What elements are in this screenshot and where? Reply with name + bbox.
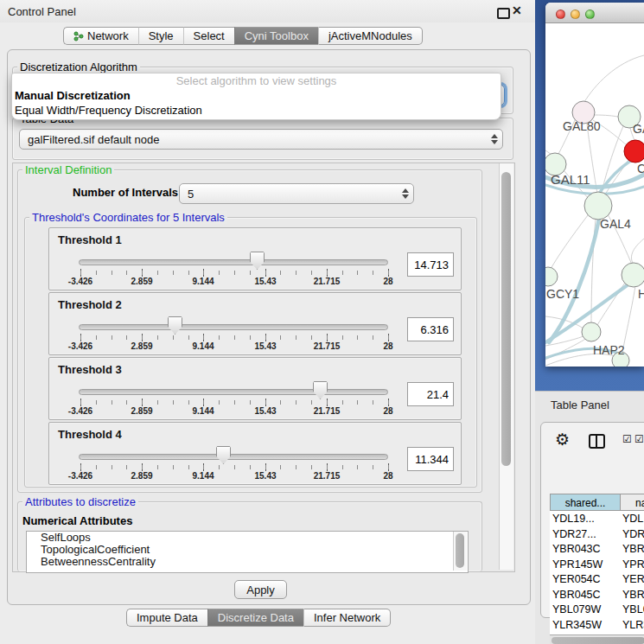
table-data-combobox[interactable]: galFiltered.sif default node	[19, 129, 503, 150]
cell[interactable]: YBR0	[622, 588, 644, 603]
node-label: GAL4	[600, 217, 631, 231]
tab-style[interactable]: Style	[138, 27, 183, 45]
tab-cyni-toolbox[interactable]: Cyni Toolbox	[234, 27, 318, 45]
tab-network-label: Network	[87, 29, 129, 42]
mac-close-button[interactable]	[556, 10, 565, 19]
numerical-attributes-list[interactable]: SelfLoops TopologicalCoefficient Between…	[26, 531, 469, 573]
table-panel: Table Panel ⚙ ☑ ☑ shared... name YDL19..…	[535, 391, 644, 644]
cell[interactable]: YDR2	[622, 527, 644, 543]
vertical-scrollbar-thumb[interactable]	[501, 172, 511, 466]
tick-label: 2.859	[131, 471, 152, 481]
threshold-1-slider-handle[interactable]	[250, 252, 265, 270]
tab-impute-data[interactable]: Impute Data	[126, 609, 207, 627]
list-scrollbar-thumb[interactable]	[456, 533, 464, 568]
list-item[interactable]: BetweennessCentrality	[27, 556, 468, 568]
column-header-shared-name[interactable]: shared...	[550, 494, 621, 511]
threshold-4-slider[interactable]	[79, 454, 388, 460]
tick-label: 15.43	[254, 341, 276, 351]
close-icon[interactable]: ✕	[512, 3, 522, 17]
node-h[interactable]	[622, 263, 644, 287]
apply-button[interactable]: Apply	[234, 580, 287, 599]
cell[interactable]: YDL1	[622, 512, 644, 527]
threshold-3-value-input[interactable]	[407, 382, 454, 406]
table-row[interactable]: YBR043CYBR0	[550, 542, 644, 558]
table-row[interactable]: YPR145WYPR1	[550, 558, 644, 573]
threshold-4-slider-handle[interactable]	[216, 446, 231, 464]
tick-label: -3.426	[68, 277, 92, 286]
checkbox-select-all-icon[interactable]: ☑	[622, 433, 632, 445]
table-row[interactable]: YDR27...YDR2	[550, 527, 644, 543]
cell[interactable]: YBL079W	[552, 603, 620, 618]
cell[interactable]: YER0	[622, 572, 644, 588]
tick-label: 28	[383, 471, 392, 481]
mac-zoom-button[interactable]	[585, 10, 595, 19]
control-panel-titlebar: Control Panel ✕	[0, 0, 535, 22]
network-window-titlebar[interactable]	[545, 3, 644, 23]
list-scrollbar[interactable]	[453, 532, 467, 571]
tab-infer-network[interactable]: Infer Network	[303, 609, 391, 627]
network-canvas[interactable]: GAL80 GA C GAL11 GAL4 GCY1 H HAP2	[545, 22, 644, 367]
tick-label: 15.43	[254, 471, 276, 481]
threshold-1-slider[interactable]	[79, 259, 388, 265]
control-panel: Control Panel ✕ Network Style Select Cyn…	[0, 0, 536, 644]
tab-discretize-label: Discretize Data	[218, 611, 294, 624]
tab-discretize-data[interactable]: Discretize Data	[207, 609, 303, 627]
list-item[interactable]: SelfLoops	[27, 532, 468, 544]
threshold-3-slider[interactable]	[79, 389, 388, 395]
vertical-scrollbar[interactable]	[499, 163, 513, 570]
tab-cyni-label: Cyni Toolbox	[245, 29, 309, 42]
cell[interactable]: YBR045C	[552, 588, 620, 603]
float-window-icon[interactable]	[497, 8, 510, 19]
popup-option-manual[interactable]: Manual Discretization	[12, 88, 501, 103]
checkbox-select-none-icon[interactable]: ☑	[634, 433, 644, 445]
cell[interactable]: YPR145W	[552, 558, 620, 573]
cell[interactable]: YDL19...	[552, 512, 620, 527]
threshold-3-slider-handle[interactable]	[313, 381, 328, 399]
gear-icon[interactable]: ⚙	[555, 430, 570, 449]
column-header-name[interactable]: name	[620, 494, 644, 511]
tick-label: -3.426	[68, 471, 92, 481]
tab-network[interactable]: Network	[63, 27, 138, 45]
table-row[interactable]: YER054CYER0	[550, 572, 644, 588]
threshold-1-value-input[interactable]	[407, 252, 454, 277]
tab-select-label: Select	[194, 29, 225, 42]
cell[interactable]: YLR345W	[552, 618, 620, 634]
tab-jactivemnodules[interactable]: jActiveMNodules	[318, 27, 423, 45]
horizontal-scrollbar-thumb[interactable]	[552, 637, 644, 644]
horizontal-scrollbar[interactable]	[550, 634, 644, 644]
node-hap2[interactable]	[582, 322, 601, 341]
numerical-attributes-label: Numerical Attributes	[22, 514, 132, 527]
cell[interactable]: YBR043C	[552, 542, 620, 558]
cell[interactable]: YDR27...	[552, 527, 620, 543]
tick-label: 2.859	[131, 406, 152, 416]
mac-minimize-button[interactable]	[571, 10, 580, 19]
cell[interactable]: YBR0	[622, 542, 644, 558]
cell[interactable]: YER054C	[552, 572, 620, 588]
tab-infer-label: Infer Network	[314, 611, 380, 624]
split-view-icon[interactable]	[589, 434, 605, 449]
node-gcy1[interactable]	[545, 267, 558, 286]
cell[interactable]: YLR3	[622, 618, 644, 634]
list-item[interactable]: TopologicalCoefficient	[27, 544, 468, 556]
table-row[interactable]: YDL19...YDL1	[550, 512, 644, 527]
num-intervals-combobox[interactable]: 5	[179, 183, 414, 204]
threshold-2-slider-handle[interactable]	[168, 316, 182, 335]
cell[interactable]: YBL0	[622, 603, 644, 618]
popup-option-equal-width[interactable]: Equal Width/Frequency Discretization	[12, 103, 501, 118]
node-attribute-table[interactable]: shared... name YDL19...YDL1 YDR27...YDR2…	[550, 494, 644, 637]
tab-select[interactable]: Select	[183, 27, 234, 45]
cell[interactable]: YPR1	[622, 558, 644, 573]
threshold-2-slider[interactable]	[79, 324, 388, 330]
tick-marks	[80, 465, 389, 469]
threshold-2-value-input[interactable]	[407, 317, 454, 341]
node-gal4[interactable]	[584, 192, 612, 220]
table-row[interactable]: YBL079WYBL0	[550, 603, 644, 618]
table-row[interactable]: YBR045CYBR0	[550, 588, 644, 603]
table-row[interactable]: YLR345WYLR3	[550, 618, 644, 634]
node-selected-red[interactable]	[624, 140, 644, 163]
tick-label: 21.715	[314, 277, 341, 286]
algorithm-popup: Select algorithm to view settings Manual…	[11, 73, 501, 120]
node-label: GAL11	[551, 172, 590, 187]
threshold-4-value-input[interactable]	[407, 447, 454, 471]
tick-label: 28	[383, 277, 392, 286]
